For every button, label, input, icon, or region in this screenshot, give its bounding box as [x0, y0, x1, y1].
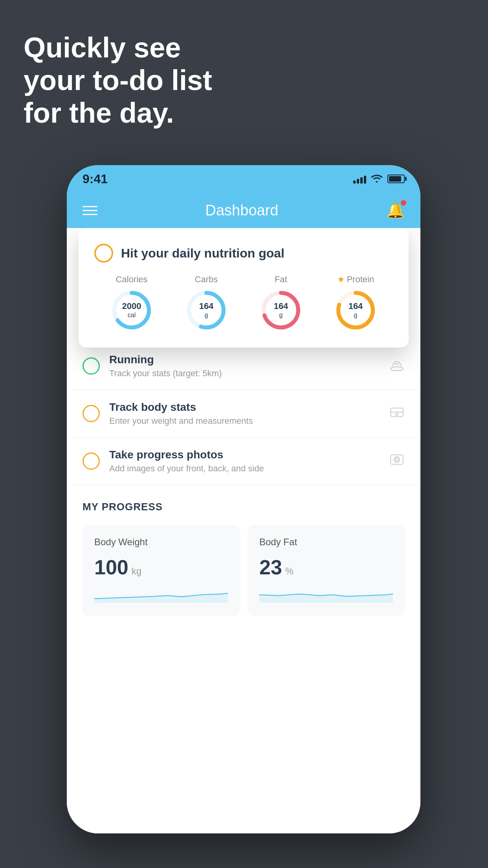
progress-section: MY PROGRESS Body Weight 100 kg B	[67, 485, 420, 628]
todo-circle-running	[83, 357, 100, 375]
todo-name-progress-photos: Take progress photos	[109, 449, 380, 461]
nutrition-card-header: Hit your daily nutrition goal	[94, 244, 393, 263]
body-fat-chart	[259, 587, 393, 603]
carbs-label: Carbs	[195, 274, 218, 285]
todo-name-running: Running	[109, 353, 380, 366]
svg-point-14	[395, 458, 398, 461]
menu-button[interactable]	[83, 206, 97, 215]
running-icon	[389, 358, 405, 374]
todo-sub-body-stats: Enter your weight and measurements	[109, 416, 380, 426]
progress-cards: Body Weight 100 kg Body Fat 23 %	[83, 525, 405, 616]
todo-sub-progress-photos: Add images of your front, back, and side	[109, 463, 380, 474]
star-icon: ★	[337, 274, 345, 285]
body-weight-chart	[94, 587, 228, 603]
header-title: Dashboard	[205, 202, 279, 219]
hero-line2: your to-do list	[24, 64, 212, 96]
macro-calories: Calories 2000 cal	[110, 274, 153, 332]
body-weight-card[interactable]: Body Weight 100 kg	[83, 525, 240, 616]
todo-name-body-stats: Track body stats	[109, 401, 380, 414]
body-fat-unit: %	[285, 566, 294, 577]
carbs-ring: 164 g	[185, 289, 228, 332]
nutrition-title: Hit your daily nutrition goal	[121, 246, 284, 261]
battery-icon	[387, 175, 405, 183]
fat-label: Fat	[275, 274, 287, 285]
phone-frame: 9:41 Da	[67, 165, 420, 833]
svg-point-8	[391, 367, 403, 371]
notification-badge	[401, 200, 406, 206]
status-bar: 9:41	[67, 165, 420, 193]
progress-heading: MY PROGRESS	[83, 501, 405, 513]
wifi-icon	[371, 173, 383, 185]
todo-info-running: Running Track your stats (target: 5km)	[109, 353, 380, 379]
body-fat-card[interactable]: Body Fat 23 %	[248, 525, 405, 616]
body-weight-title: Body Weight	[94, 537, 228, 548]
signal-icon	[353, 174, 366, 184]
macro-carbs: Carbs 164 g	[185, 274, 228, 332]
body-weight-value: 100 kg	[94, 555, 228, 579]
body-fat-title: Body Fat	[259, 537, 393, 548]
app-header: Dashboard 🔔	[67, 193, 420, 228]
todo-item-body-stats[interactable]: Track body stats Enter your weight and m…	[67, 390, 420, 438]
photo-icon	[389, 452, 405, 470]
fat-ring: 164 g	[259, 289, 303, 332]
nutrition-card: Hit your daily nutrition goal Calories 2…	[79, 228, 409, 348]
svg-rect-12	[391, 455, 403, 464]
todo-info-body-stats: Track body stats Enter your weight and m…	[109, 401, 380, 426]
notification-button[interactable]: 🔔	[386, 202, 405, 219]
body-weight-unit: kg	[132, 566, 141, 577]
todo-sub-running: Track your stats (target: 5km)	[109, 368, 380, 379]
hero-line3: for the day.	[24, 97, 174, 129]
todo-circle-body-stats	[83, 405, 100, 422]
body-fat-value: 23 %	[259, 555, 393, 579]
todo-item-progress-photos[interactable]: Take progress photos Add images of your …	[67, 438, 420, 485]
protein-label: ★ Protein	[337, 274, 374, 285]
macro-protein: ★ Protein 164 g	[334, 274, 377, 332]
protein-ring: 164 g	[334, 289, 377, 332]
todo-item-running[interactable]: Running Track your stats (target: 5km)	[67, 342, 420, 390]
svg-point-11	[396, 413, 398, 416]
body-weight-number: 100	[94, 555, 128, 579]
todo-list: Running Track your stats (target: 5km) T…	[67, 342, 420, 485]
scale-icon	[389, 405, 405, 422]
nutrition-macros: Calories 2000 cal Carbs	[94, 274, 393, 332]
todo-circle-progress-photos	[83, 452, 100, 470]
status-icons	[353, 173, 405, 185]
main-content: THINGS TO DO TODAY Hit your daily nutrit…	[67, 228, 420, 833]
calories-label: Calories	[116, 274, 148, 285]
macro-fat: Fat 164 g	[259, 274, 303, 332]
body-fat-number: 23	[259, 555, 282, 579]
hero-text: Quickly see your to-do list for the day.	[24, 31, 212, 129]
nutrition-checkbox[interactable]	[94, 244, 113, 263]
calories-ring: 2000 cal	[110, 289, 153, 332]
status-time: 9:41	[83, 172, 108, 186]
hero-line1: Quickly see	[24, 32, 181, 63]
todo-info-progress-photos: Take progress photos Add images of your …	[109, 449, 380, 474]
